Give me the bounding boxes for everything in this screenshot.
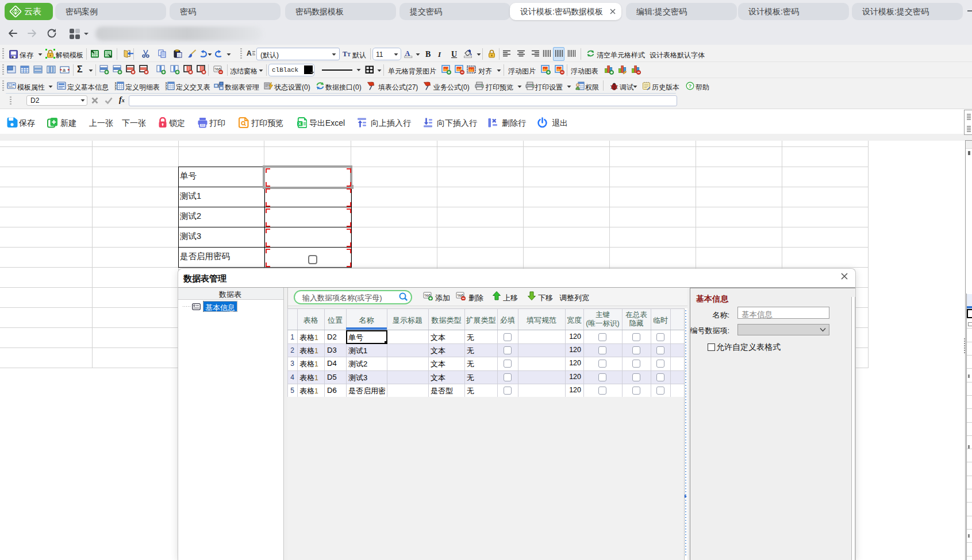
svg-text:a: a xyxy=(63,67,66,73)
svg-text:T: T xyxy=(343,50,347,57)
svg-text:?: ? xyxy=(689,83,692,89)
svg-text:T: T xyxy=(347,52,351,57)
svg-text:3: 3 xyxy=(165,87,167,90)
svg-text:A: A xyxy=(247,49,252,57)
svg-text:X: X xyxy=(298,121,301,126)
svg-text:3: 3 xyxy=(114,87,116,90)
